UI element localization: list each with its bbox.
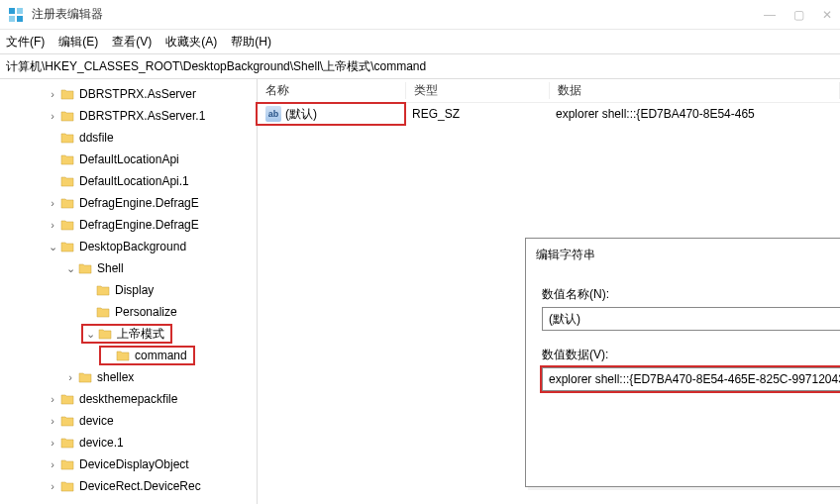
list-panel: 名称 类型 数据 ab (默认) REG_SZ explorer shell::… [258, 79, 840, 504]
folder-icon [59, 435, 75, 451]
folder-icon [97, 326, 113, 342]
chevron-right-icon[interactable]: › [46, 110, 59, 122]
folder-icon [77, 369, 93, 385]
value-name-field[interactable]: (默认) [542, 307, 840, 331]
folder-icon [95, 282, 111, 298]
tree-item-label: Shell [97, 261, 124, 275]
folder-icon [77, 260, 93, 276]
chevron-right-icon[interactable]: › [46, 197, 59, 209]
chevron-down-icon[interactable]: ⌄ [63, 262, 77, 275]
tree-item-label: 上帝模式 [117, 326, 164, 343]
tree-item-label: ddsfile [79, 131, 114, 145]
tree-item[interactable]: DefaultLocationApi [0, 149, 257, 170]
chevron-right-icon[interactable]: › [63, 371, 77, 383]
tree-item[interactable]: ›DeviceRect.DeviceRec [0, 475, 257, 497]
tree-item-label: device [79, 414, 114, 428]
tree-item-label: DefaultLocationApi.1 [79, 174, 189, 188]
tree-panel[interactable]: ›DBRSTPRX.AsServer›DBRSTPRX.AsServer.1dd… [0, 79, 258, 504]
dialog-title: 编辑字符串 [536, 247, 595, 263]
tree-item[interactable]: ›device [0, 410, 257, 432]
menu-view[interactable]: 查看(V) [112, 34, 152, 50]
tree-item[interactable]: ⌄Shell [0, 257, 257, 279]
tree-item[interactable]: ›device.1 [0, 432, 257, 454]
address-input[interactable] [6, 59, 834, 73]
svg-rect-0 [9, 8, 15, 14]
minimize-button[interactable]: — [764, 8, 776, 22]
tree-item[interactable]: Display [0, 279, 257, 301]
list-row[interactable]: ab (默认) REG_SZ explorer shell:::{ED7BA47… [258, 103, 840, 125]
tree-item-label: DBRSTPRX.AsServer [79, 87, 196, 101]
tree-item[interactable]: ⌄DesktopBackground [0, 236, 257, 257]
tree-item-label: DefaultLocationApi [79, 152, 179, 166]
folder-icon [95, 304, 111, 320]
window-controls: — ▢ ✕ [764, 8, 832, 22]
tree-item-label: shellex [97, 370, 134, 384]
tree-item-label: device.1 [79, 436, 124, 450]
menubar: 文件(F) 编辑(E) 查看(V) 收藏夹(A) 帮助(H) [0, 30, 840, 53]
folder-icon [59, 130, 75, 146]
titlebar: 注册表编辑器 — ▢ ✕ [0, 0, 840, 30]
tree-item-label: Display [115, 283, 154, 297]
folder-icon [59, 478, 75, 494]
tree-item[interactable]: Personalize [0, 301, 257, 323]
col-type[interactable]: 类型 [406, 82, 550, 99]
value-name-text: (默认) [549, 311, 580, 328]
tree-item-label: command [135, 349, 187, 362]
folder-icon [59, 151, 75, 167]
folder-icon [59, 195, 75, 211]
tree-item-label: DeviceDisplayObject [79, 457, 189, 471]
tree-item-label: DBRSTPRX.AsServer.1 [79, 109, 205, 123]
col-name[interactable]: 名称 [258, 82, 406, 99]
chevron-right-icon[interactable]: › [46, 480, 59, 492]
tree-item[interactable]: command [0, 345, 257, 366]
tree-item[interactable]: ⌄上帝模式 [0, 323, 257, 345]
svg-rect-3 [17, 16, 23, 22]
tree-item[interactable]: ›deskthemepackfile [0, 388, 257, 410]
tree-item[interactable]: ›DBRSTPRX.AsServer.1 [0, 105, 257, 127]
tree-item[interactable]: ›DefragEngine.DefragE [0, 192, 257, 214]
chevron-right-icon[interactable]: › [46, 437, 59, 449]
tree-item[interactable]: ›shellex [0, 366, 257, 388]
folder-icon [59, 239, 75, 254]
list-header: 名称 类型 数据 [258, 79, 840, 103]
col-data[interactable]: 数据 [550, 82, 840, 99]
reg-sz-icon: ab [265, 106, 281, 122]
menu-edit[interactable]: 编辑(E) [58, 34, 98, 50]
edit-string-dialog: 编辑字符串 ✕ 数值名称(N): (默认) 数值数据(V): explorer … [525, 238, 840, 487]
chevron-right-icon[interactable]: › [46, 88, 59, 100]
value-data-field[interactable]: explorer shell:::{ED7BA470-8E54-465E-825… [542, 367, 840, 391]
chevron-right-icon[interactable]: › [46, 219, 59, 231]
address-bar [0, 53, 840, 79]
svg-rect-1 [17, 8, 23, 14]
cell-name-text: (默认) [285, 106, 317, 123]
close-button[interactable]: ✕ [822, 8, 832, 22]
value-data-label: 数值数据(V): [542, 347, 840, 363]
window-title: 注册表编辑器 [32, 6, 103, 23]
cell-name[interactable]: ab (默认) [258, 104, 404, 124]
folder-icon [59, 413, 75, 429]
tree-item[interactable]: ›DefragEngine.DefragE [0, 214, 257, 236]
chevron-right-icon[interactable]: › [46, 415, 59, 427]
tree-item[interactable]: ›DBRSTPRX.AsServer [0, 83, 257, 105]
folder-icon [59, 391, 75, 407]
maximize-button[interactable]: ▢ [793, 8, 804, 22]
tree-item[interactable]: ›DeviceDisplayObject [0, 454, 257, 475]
folder-icon [59, 108, 75, 124]
chevron-down-icon[interactable]: ⌄ [46, 241, 59, 253]
tree-item-label: DeviceRect.DeviceRec [79, 479, 201, 493]
value-data-text: explorer shell:::{ED7BA470-8E54-465E-825… [549, 372, 840, 386]
chevron-right-icon[interactable]: › [46, 393, 59, 405]
folder-icon [115, 348, 131, 363]
menu-file[interactable]: 文件(F) [6, 34, 45, 50]
chevron-right-icon[interactable]: › [46, 458, 59, 470]
value-name-label: 数值名称(N): [542, 286, 840, 303]
chevron-down-icon[interactable]: ⌄ [83, 328, 97, 341]
tree-item-label: Personalize [115, 305, 177, 319]
tree-item[interactable]: DefaultLocationApi.1 [0, 170, 257, 192]
tree-item[interactable]: ddsfile [0, 127, 257, 149]
menu-favorites[interactable]: 收藏夹(A) [165, 34, 217, 50]
main-panel: ›DBRSTPRX.AsServer›DBRSTPRX.AsServer.1dd… [0, 79, 840, 504]
folder-icon [59, 456, 75, 472]
menu-help[interactable]: 帮助(H) [231, 34, 271, 50]
dialog-titlebar[interactable]: 编辑字符串 ✕ [526, 239, 840, 270]
